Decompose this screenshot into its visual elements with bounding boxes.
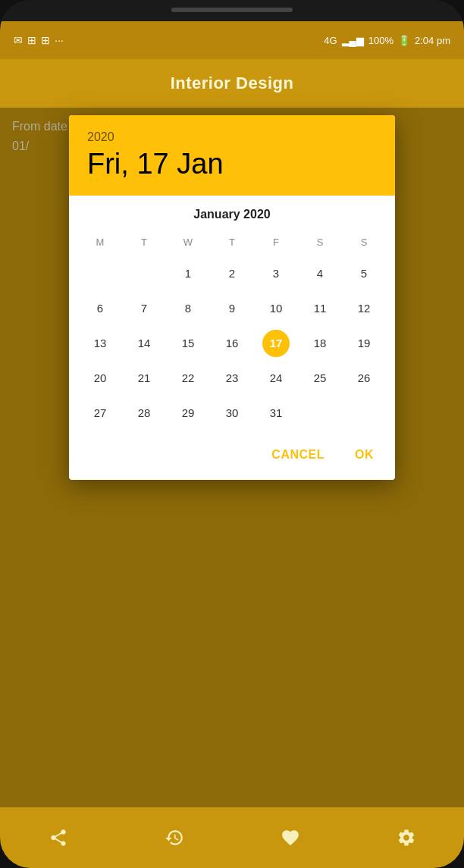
- cal-day-18[interactable]: 18: [298, 327, 342, 360]
- status-left: ✉ ⊞ ⊞ ···: [14, 34, 64, 46]
- weekday-sat: S: [298, 233, 342, 255]
- message-icon: ✉: [14, 34, 23, 46]
- app-title: Interior Design: [171, 74, 294, 93]
- app-bar: Interior Design: [0, 59, 464, 108]
- weekday-mon: M: [78, 233, 122, 255]
- cal-day-21[interactable]: 21: [122, 362, 166, 395]
- dialog-overlay: 2020 Fri, 17 Jan January 2020 M T W T F …: [0, 108, 464, 807]
- cal-day-5[interactable]: 5: [342, 257, 386, 290]
- cal-day-9[interactable]: 9: [210, 292, 254, 325]
- cal-day-14[interactable]: 14: [122, 327, 166, 360]
- cal-day-27[interactable]: 27: [78, 396, 122, 430]
- cal-day-12[interactable]: 12: [342, 292, 386, 325]
- cal-day-16[interactable]: 16: [210, 327, 254, 360]
- share-icon[interactable]: [42, 821, 75, 854]
- cal-day-3[interactable]: 3: [254, 257, 298, 290]
- cal-day-2[interactable]: 2: [210, 257, 254, 290]
- cal-empty-1: [78, 257, 122, 290]
- date-picker-body: January 2020 M T W T F S S 1: [69, 196, 395, 436]
- cal-day-10[interactable]: 10: [254, 292, 298, 325]
- cal-day-26[interactable]: 26: [342, 362, 386, 395]
- main-content: From date 01/ 2020 2020 Fri, 17 Jan Janu…: [0, 108, 464, 807]
- cal-day-19[interactable]: 19: [342, 327, 386, 360]
- weekday-sun: S: [342, 233, 386, 255]
- settings-icon[interactable]: [390, 821, 423, 854]
- bottom-nav: [0, 807, 464, 868]
- phone-top-bar: [0, 0, 464, 21]
- signal-text: 4G: [324, 35, 337, 46]
- time-text: 2:04 pm: [415, 35, 450, 46]
- grid-icon: ⊞: [27, 34, 36, 46]
- favorite-icon[interactable]: [274, 821, 307, 854]
- cal-day-30[interactable]: 30: [210, 396, 254, 430]
- battery-text: 100%: [368, 35, 393, 46]
- picker-date: Fri, 17 Jan: [87, 149, 377, 180]
- cal-empty-7: [342, 396, 386, 430]
- cal-day-20[interactable]: 20: [78, 362, 122, 395]
- cal-day-25[interactable]: 25: [298, 362, 342, 395]
- cal-day-28[interactable]: 28: [122, 396, 166, 430]
- grid2-icon: ⊞: [41, 34, 50, 46]
- calendar-grid: M T W T F S S 1 2 3 4 5: [78, 233, 386, 430]
- cal-day-6[interactable]: 6: [78, 292, 122, 325]
- weekday-thu: T: [210, 233, 254, 255]
- status-right: 4G ▂▄▆ 100% 🔋 2:04 pm: [324, 35, 450, 46]
- ok-button[interactable]: OK: [346, 442, 383, 468]
- cal-day-4[interactable]: 4: [298, 257, 342, 290]
- cal-day-31[interactable]: 31: [254, 396, 298, 430]
- battery-icon: 🔋: [398, 35, 410, 46]
- picker-year: 2020: [87, 130, 377, 144]
- cal-empty-2: [122, 257, 166, 290]
- date-picker-dialog: 2020 Fri, 17 Jan January 2020 M T W T F …: [69, 115, 395, 480]
- date-picker-header: 2020 Fri, 17 Jan: [69, 115, 395, 196]
- cal-empty-6: [298, 396, 342, 430]
- cal-day-15[interactable]: 15: [166, 327, 210, 360]
- weekday-fri: F: [254, 233, 298, 255]
- cancel-button[interactable]: CANCEL: [262, 442, 334, 468]
- weekday-wed: W: [166, 233, 210, 255]
- ellipsis-icon: ···: [55, 34, 64, 46]
- cal-day-29[interactable]: 29: [166, 396, 210, 430]
- cal-day-11[interactable]: 11: [298, 292, 342, 325]
- history-icon[interactable]: [158, 821, 191, 854]
- phone-frame: ✉ ⊞ ⊞ ··· 4G ▂▄▆ 100% 🔋 2:04 pm Interior…: [0, 0, 464, 868]
- notch: [171, 8, 293, 12]
- cal-day-13[interactable]: 13: [78, 327, 122, 360]
- cal-day-17[interactable]: 17: [254, 327, 298, 360]
- cal-day-22[interactable]: 22: [166, 362, 210, 395]
- cal-day-8[interactable]: 8: [166, 292, 210, 325]
- weekday-tue: T: [122, 233, 166, 255]
- signal-bars-icon: ▂▄▆: [342, 35, 364, 46]
- cal-day-23[interactable]: 23: [210, 362, 254, 395]
- month-title: January 2020: [78, 208, 386, 221]
- cal-day-7[interactable]: 7: [122, 292, 166, 325]
- dialog-actions: CANCEL OK: [69, 436, 395, 480]
- cal-day-24[interactable]: 24: [254, 362, 298, 395]
- cal-day-1[interactable]: 1: [166, 257, 210, 290]
- status-bar: ✉ ⊞ ⊞ ··· 4G ▂▄▆ 100% 🔋 2:04 pm: [0, 21, 464, 59]
